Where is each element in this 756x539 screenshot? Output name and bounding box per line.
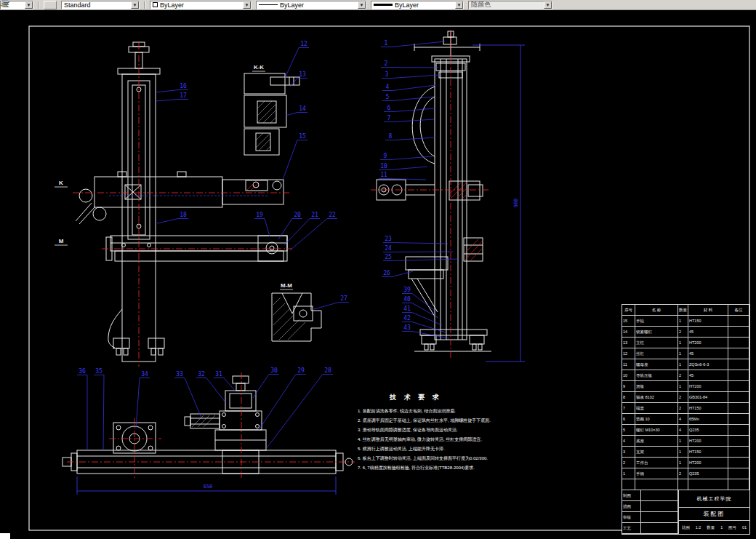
- parts-list-cell: 11: [622, 359, 635, 370]
- parts-list-cell: [728, 359, 749, 370]
- parts-list-cell: [728, 370, 749, 380]
- note-line: 2. 底座调平后固定于基础上, 保证纵向丝杠水平, 地脚螺栓旋于下底面.: [358, 416, 518, 426]
- parts-list-cell: 手柄: [635, 468, 678, 479]
- parts-list-cell: 2: [678, 392, 688, 402]
- chevron-down-icon[interactable]: ▼: [131, 1, 139, 9]
- signature-grid: 制图描图审核工艺: [622, 490, 679, 534]
- text-style-combo[interactable]: Standard ▼: [61, 1, 140, 9]
- chevron-down-icon[interactable]: ▼: [455, 1, 463, 9]
- parts-list-cell: 10: [622, 370, 635, 380]
- parts-list-cell: 14: [622, 327, 635, 337]
- plotstyle-control-value: 随颜色: [471, 1, 544, 9]
- signature-value: [641, 490, 678, 501]
- parts-list-cell: 6: [622, 414, 635, 424]
- callout-43: 43: [403, 324, 411, 331]
- callout-18: 18: [180, 212, 187, 218]
- callout-2: 2: [385, 60, 388, 67]
- lineweight-control-value: ByLayer: [395, 1, 455, 9]
- parts-list-cell: 1: [678, 436, 688, 446]
- parts-list-cell: 2: [678, 468, 688, 479]
- signature-label: 审核: [622, 512, 641, 523]
- linetype-control-combo[interactable]: ByLayer ▼: [256, 1, 366, 9]
- signature-value: [641, 512, 678, 523]
- parts-list-cell: [688, 479, 728, 490]
- parts-list-cell: 支架: [635, 447, 678, 457]
- parts-list-cell: GB301-84: [688, 392, 728, 402]
- signature-label: 描图: [622, 501, 641, 512]
- parts-list-cell: 备注: [728, 305, 749, 315]
- parts-list-cell: [728, 468, 749, 479]
- parts-list-cell: 螺钉 M10×30: [635, 425, 678, 435]
- technical-notes: 技 术 要 求 1. 装配前清洗各零件, 锐边去毛刺, 结合面涂润滑脂.2. 底…: [358, 393, 518, 473]
- signature-value: [641, 501, 678, 512]
- parts-list-cell: 数量: [678, 305, 688, 315]
- parts-list-cell: 2: [678, 403, 688, 413]
- parts-list-cell: HT150: [688, 316, 728, 326]
- color-control-combo[interactable]: ByLayer ▼: [150, 1, 252, 9]
- parts-list-cell: Q235: [688, 425, 728, 435]
- callout-6: 6: [387, 105, 391, 111]
- chevron-down-icon[interactable]: ▼: [243, 1, 251, 9]
- signature-label: 制图: [622, 490, 641, 501]
- qty-label: 数量: [707, 525, 715, 530]
- parts-list-cell: 65Mn: [688, 414, 728, 424]
- callout-15: 15: [299, 133, 306, 140]
- callout-28: 28: [324, 367, 331, 374]
- parts-list-cell: [728, 327, 749, 337]
- callout-19: 19: [256, 212, 263, 218]
- parts-list-cell: 立柱: [635, 338, 678, 348]
- parts-list-cell: 4: [622, 436, 635, 446]
- document-type: 装配图: [679, 508, 749, 521]
- parts-list-cell: 8: [622, 392, 635, 402]
- sheet-label: 图号: [728, 525, 736, 530]
- parts-list-cell: 7: [622, 403, 635, 413]
- drawing-canvas[interactable]: 1617181920212212131415123456789101123242…: [0, 10, 756, 539]
- parts-list-row: 7端盖2HT150: [622, 403, 749, 414]
- parts-list-row: 11螺母座1ZQSn6-6-3: [622, 359, 749, 370]
- dimension-text: 650: [204, 484, 213, 490]
- layer-properties-button[interactable]: [44, 1, 57, 9]
- parts-list-cell: 5: [622, 425, 635, 435]
- callout-22: 22: [329, 212, 336, 218]
- toolbar: 主 ▼ Standard ▼ ByLayer ▼ ByLayer ▼ ByLay…: [0, 0, 756, 10]
- chevron-down-icon[interactable]: ▼: [25, 1, 33, 9]
- chevron-down-icon[interactable]: ▼: [358, 1, 366, 9]
- callout-21: 21: [311, 212, 318, 218]
- parts-list-cell: 滑板: [635, 381, 678, 391]
- parts-list-row: 15手轮1HT150: [622, 316, 749, 327]
- callout-11: 11: [380, 172, 387, 178]
- organization-name: 机械工程学院: [679, 490, 749, 508]
- color-swatch: [153, 2, 158, 7]
- parts-list-cell: 4: [678, 414, 688, 424]
- parts-list-cell: [678, 479, 688, 490]
- parts-list-cell: 端盖: [635, 403, 678, 413]
- parts-list-row: 14锁紧螺钉245: [622, 327, 749, 338]
- parts-list-cell: 1: [678, 381, 688, 391]
- parts-list-cell: HT200: [688, 458, 728, 468]
- lineweight-control-combo[interactable]: ByLayer ▼: [371, 1, 464, 9]
- title-block-footer: 制图描图审核工艺 机械工程学院 装配图 比例 1:2 数量 1 图号 01: [622, 490, 749, 534]
- lineweight-sample-icon: [374, 2, 393, 7]
- parts-list-cell: 垫圈 10: [635, 414, 678, 424]
- callout-31: 31: [215, 371, 222, 378]
- chevron-down-icon[interactable]: ▼: [544, 1, 552, 9]
- callout-23: 23: [385, 236, 392, 242]
- parts-list-cell: 轴承 8102: [635, 392, 678, 402]
- color-control-value: ByLayer: [160, 1, 243, 9]
- parts-list-cell: 45: [688, 327, 728, 337]
- callout-4: 4: [386, 84, 390, 90]
- callout-40: 40: [403, 296, 411, 303]
- linetype-sample-icon: [259, 2, 278, 7]
- parts-list-cell: 1: [678, 359, 688, 370]
- parts-list-cell: HT200: [688, 381, 728, 391]
- parts-list-cell: 材 料: [688, 305, 728, 315]
- command-line-fragment: [0, 533, 10, 539]
- parts-list-cell: [635, 479, 678, 490]
- parts-list-cell: 2: [678, 370, 688, 380]
- parts-list-row: 6垫圈 10465Mn: [622, 414, 749, 425]
- callout-25: 25: [385, 254, 392, 260]
- parts-list-row: 2工作台1HT200: [622, 458, 749, 468]
- sheet-value: 01: [742, 525, 747, 530]
- view-label-K-K: K-K: [254, 64, 264, 71]
- plotstyle-control-combo[interactable]: 随颜色 ▼: [468, 1, 552, 9]
